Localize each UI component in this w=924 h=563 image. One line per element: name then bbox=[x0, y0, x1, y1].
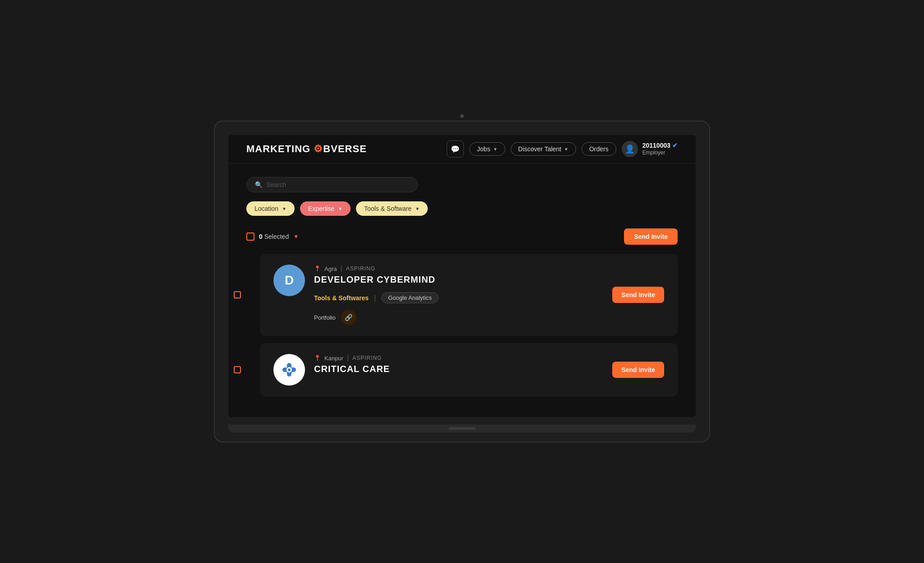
search-input[interactable] bbox=[266, 181, 409, 188]
divider-2: | bbox=[347, 354, 349, 362]
tools-filter-button[interactable]: Tools & Software ▼ bbox=[356, 201, 428, 216]
search-bar: 🔍 bbox=[246, 177, 418, 192]
nav-actions: 💬 Jobs ▼ Discover Talent ▼ Orders 👤 bbox=[447, 140, 678, 158]
laptop-screen: MARKETING ⚙BVERSE 💬 Jobs ▼ Discover Tale… bbox=[228, 135, 696, 417]
expertise-filter-button[interactable]: Expertise ▼ bbox=[300, 201, 351, 216]
location-chevron-icon: ▼ bbox=[282, 206, 286, 211]
card-2-send-invite-button[interactable]: Send Invite bbox=[612, 362, 664, 378]
link-icon: 🔗 bbox=[345, 314, 352, 321]
card-1-tools-row: Tools & Softwares | Google Analytics bbox=[314, 292, 603, 303]
card-1-portfolio-label: Portfolio bbox=[314, 314, 336, 321]
orders-button[interactable]: Orders bbox=[582, 142, 616, 156]
card-1-portfolio-row: Portfolio 🔗 bbox=[314, 310, 603, 325]
card-1-avatar: D bbox=[273, 265, 305, 296]
card-2-info: 📍 Kanpur | ASPIRING CRITICAL CARE bbox=[314, 354, 603, 382]
laptop-frame: MARKETING ⚙BVERSE 💬 Jobs ▼ Discover Tale… bbox=[214, 121, 710, 442]
discover-arrow-icon: ▼ bbox=[564, 147, 568, 152]
card-1-portfolio-link[interactable]: 🔗 bbox=[341, 310, 356, 325]
chat-button[interactable]: 💬 bbox=[447, 140, 464, 158]
card-1-name: DEVELOPER CYBERMIND bbox=[314, 275, 603, 285]
card-1-info: 📍 Agra | ASPIRING DEVELOPER CYBERMIND To… bbox=[314, 265, 603, 325]
card-2-status: ASPIRING bbox=[352, 355, 382, 361]
critical-care-logo bbox=[278, 358, 300, 381]
talent-card: D 📍 Agra | ASPIRING DEVELOPER CYBERMIND … bbox=[260, 254, 678, 336]
card-1-body: D 📍 Agra | ASPIRING DEVELOPER CYBERMIND … bbox=[273, 265, 664, 325]
card-2-checkbox[interactable] bbox=[234, 366, 241, 373]
location-filter-label: Location bbox=[254, 205, 278, 212]
filter-row: Location ▼ Expertise ▼ Tools & Software … bbox=[246, 201, 678, 216]
location-pin-icon: 📍 bbox=[314, 265, 321, 272]
location-pin-icon-2: 📍 bbox=[314, 355, 321, 361]
card-2-avatar bbox=[273, 354, 305, 386]
jobs-label: Jobs bbox=[477, 145, 490, 153]
expertise-filter-label: Expertise bbox=[308, 205, 334, 212]
logo-rest: BVERSE bbox=[323, 143, 366, 154]
expertise-chevron-icon: ▼ bbox=[338, 206, 342, 211]
user-avatar-icon: 👤 bbox=[625, 144, 635, 154]
jobs-button[interactable]: Jobs ▼ bbox=[469, 142, 505, 156]
logo-icon: ⚙ bbox=[314, 143, 323, 154]
selection-left: 0 Selected ▼ bbox=[246, 233, 299, 241]
card-1-tools-label: Tools & Softwares bbox=[314, 294, 369, 302]
laptop-bottom bbox=[228, 424, 696, 433]
card-2-body: 📍 Kanpur | ASPIRING CRITICAL CARE Send I… bbox=[273, 354, 664, 386]
jobs-arrow-icon: ▼ bbox=[493, 147, 498, 152]
user-area: 👤 20110003 ✔ Employer bbox=[622, 141, 678, 157]
main-content: 🔍 Location ▼ Expertise ▼ Tools & Softwar… bbox=[228, 163, 696, 417]
app-logo: MARKETING ⚙BVERSE bbox=[246, 143, 439, 155]
card-1-wrapper: D 📍 Agra | ASPIRING DEVELOPER CYBERMIND … bbox=[246, 254, 678, 336]
selected-dropdown-icon[interactable]: ▼ bbox=[293, 233, 299, 240]
logo-prefix: MARKETING bbox=[246, 143, 314, 154]
svg-point-4 bbox=[288, 368, 291, 371]
talent-card-2: 📍 Kanpur | ASPIRING CRITICAL CARE Send I… bbox=[260, 343, 678, 396]
card-1-status: ASPIRING bbox=[346, 265, 375, 272]
card-1-send-invite-button[interactable]: Send Invite bbox=[612, 287, 664, 303]
card-1-location: Agra bbox=[324, 265, 337, 272]
card-2-wrapper: 📍 Kanpur | ASPIRING CRITICAL CARE Send I… bbox=[246, 343, 678, 396]
tools-chevron-icon: ▼ bbox=[415, 206, 420, 211]
search-icon: 🔍 bbox=[255, 181, 263, 188]
user-id: 20110003 ✔ bbox=[642, 142, 678, 149]
discover-label: Discover Talent bbox=[518, 145, 561, 153]
laptop-camera bbox=[460, 114, 464, 118]
pipe-divider: | bbox=[374, 294, 376, 302]
tools-filter-label: Tools & Software bbox=[364, 205, 411, 212]
user-role: Employer bbox=[642, 149, 678, 156]
selection-bar: 0 Selected ▼ Send Invite bbox=[246, 228, 678, 245]
laptop-trackpad bbox=[448, 427, 476, 430]
send-invite-main-button[interactable]: Send Invite bbox=[624, 228, 678, 245]
location-filter-button[interactable]: Location ▼ bbox=[246, 201, 295, 216]
user-info: 20110003 ✔ Employer bbox=[642, 142, 678, 156]
selected-count-label: 0 Selected bbox=[259, 233, 289, 240]
chat-icon: 💬 bbox=[451, 145, 460, 154]
discover-talent-button[interactable]: Discover Talent ▼ bbox=[511, 142, 576, 156]
card-1-checkbox[interactable] bbox=[234, 291, 241, 298]
card-2-location: Kanpur bbox=[324, 355, 343, 362]
select-all-checkbox[interactable] bbox=[246, 233, 254, 241]
verified-badge-icon: ✔ bbox=[672, 142, 678, 149]
user-avatar: 👤 bbox=[622, 141, 638, 157]
tool-tag-google-analytics: Google Analytics bbox=[381, 292, 439, 303]
card-1-location-row: 📍 Agra | ASPIRING bbox=[314, 265, 603, 273]
orders-label: Orders bbox=[589, 145, 609, 153]
divider: | bbox=[340, 265, 342, 273]
card-2-name: CRITICAL CARE bbox=[314, 364, 603, 374]
card-2-location-row: 📍 Kanpur | ASPIRING bbox=[314, 354, 603, 362]
navbar: MARKETING ⚙BVERSE 💬 Jobs ▼ Discover Tale… bbox=[228, 135, 696, 163]
